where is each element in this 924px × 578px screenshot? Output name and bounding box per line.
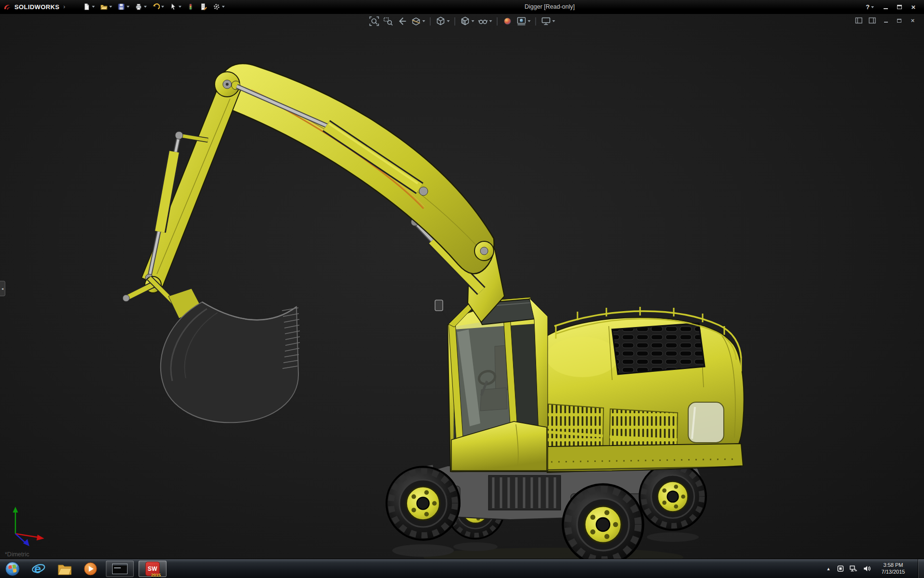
- document-window-controls: ×: [855, 17, 916, 24]
- dropdown-caret-icon: [871, 6, 874, 8]
- save-icon: [117, 3, 125, 11]
- cab[interactable]: [435, 297, 548, 472]
- view-orientation-cube-icon: [436, 16, 446, 26]
- system-tray: ▲ 3:58 PM 7/13/2015: [825, 559, 924, 578]
- zoom-to-fit-icon: [369, 16, 380, 26]
- new-document-button[interactable]: [81, 2, 97, 12]
- dropdown-caret-icon: [447, 20, 450, 22]
- zoom-to-area-button[interactable]: [383, 16, 394, 26]
- internet-explorer-button[interactable]: e: [28, 561, 49, 577]
- taskbar-clock[interactable]: 3:58 PM 7/13/2015: [877, 562, 909, 576]
- dropdown-caret-icon: [423, 20, 425, 22]
- file-explorer-button[interactable]: [54, 561, 75, 577]
- save-button[interactable]: [116, 2, 131, 12]
- rebuild-button[interactable]: [185, 2, 196, 12]
- folder-icon: [57, 562, 72, 576]
- display-style-icon: [460, 16, 471, 26]
- dropdown-caret-icon: [144, 6, 147, 8]
- print-button[interactable]: [133, 2, 149, 12]
- dropdown-caret-icon: [472, 20, 475, 22]
- solidworks-2015-button[interactable]: SW 2015: [139, 561, 167, 577]
- taskbar-items: e: [0, 559, 167, 578]
- maximize-button[interactable]: [896, 3, 903, 11]
- document-title: Digger [Read-only]: [525, 0, 575, 14]
- previous-view-button[interactable]: [397, 16, 408, 26]
- section-view-button[interactable]: [411, 16, 425, 26]
- menu-expand-chevron-icon[interactable]: ›: [64, 3, 65, 10]
- bucket[interactable]: [161, 302, 300, 422]
- minimize-button[interactable]: [882, 3, 889, 11]
- hide-show-items-button[interactable]: [478, 16, 492, 26]
- doc-restore-button[interactable]: [896, 17, 903, 24]
- app-brand: SOLIDWORKS ›: [0, 3, 69, 11]
- open-button[interactable]: [98, 2, 114, 12]
- titlebar-toolbar: [81, 2, 227, 12]
- solidworks-year-badge: 2015: [151, 573, 161, 578]
- new-document-icon: [83, 3, 90, 11]
- toolbar-separator: [430, 17, 431, 26]
- wheel-left-front[interactable]: [386, 467, 460, 540]
- undo-icon: [152, 3, 160, 11]
- collapsed-panel-tab[interactable]: ◂: [0, 281, 5, 296]
- zoom-to-area-icon: [383, 16, 394, 26]
- internet-explorer-icon: e: [31, 561, 46, 577]
- 3ds-logo-icon: [3, 3, 12, 11]
- ie-glyph: e: [34, 562, 41, 576]
- options-button[interactable]: [211, 2, 227, 12]
- display-style-button[interactable]: [460, 16, 475, 26]
- hide-show-glasses-icon: [478, 16, 488, 26]
- clock-date: 7/13/2015: [877, 569, 909, 576]
- apply-scene-button[interactable]: [516, 16, 531, 26]
- network-icon[interactable]: [849, 565, 858, 573]
- previous-view-icon: [397, 16, 408, 26]
- file-properties-button[interactable]: [198, 2, 209, 12]
- featuremanager-pane-icon[interactable]: [855, 17, 862, 24]
- screen: SOLIDWORKS ›: [0, 0, 924, 578]
- headsup-view-toolbar: [369, 16, 555, 26]
- boom-assembly[interactable]: [123, 64, 504, 422]
- doc-minimize-button[interactable]: [882, 17, 889, 24]
- toolbar-separator: [497, 17, 498, 26]
- brand-name: SOLIDWORKS: [14, 3, 60, 11]
- dropdown-caret-icon: [489, 20, 492, 22]
- dropdown-caret-icon: [222, 6, 225, 8]
- dropdown-caret-icon: [127, 6, 129, 8]
- view-settings-button[interactable]: [541, 16, 555, 26]
- taskbar: e: [0, 559, 924, 578]
- options-gear-icon: [213, 3, 220, 11]
- media-player-button[interactable]: [80, 561, 101, 577]
- show-hidden-icons-chevron[interactable]: ▲: [825, 566, 832, 571]
- view-orientation-button[interactable]: [436, 16, 450, 26]
- zoom-to-fit-button[interactable]: [369, 16, 380, 26]
- start-button[interactable]: [2, 561, 23, 577]
- edit-appearance-button[interactable]: [502, 16, 513, 26]
- help-button[interactable]: ?: [866, 3, 874, 11]
- graphics-viewport[interactable]: × ◂ *Dimetric: [0, 14, 924, 559]
- close-button[interactable]: ×: [910, 3, 917, 11]
- excavator-model[interactable]: [123, 64, 744, 559]
- show-desktop-button[interactable]: [918, 559, 924, 578]
- open-folder-icon: [100, 3, 108, 11]
- media-player-icon: [83, 562, 98, 576]
- volume-icon[interactable]: [862, 565, 871, 573]
- section-view-icon: [411, 16, 422, 26]
- select-cursor-icon: [169, 3, 177, 11]
- dropdown-caret-icon: [109, 6, 112, 8]
- model-canvas[interactable]: [0, 14, 924, 559]
- edit-appearance-ball-icon: [502, 16, 513, 26]
- select-button[interactable]: [167, 2, 183, 12]
- toolbar-separator: [455, 17, 455, 26]
- help-label: ?: [866, 3, 870, 11]
- wheel-right-rear[interactable]: [640, 463, 706, 530]
- clock-time: 3:58 PM: [877, 562, 909, 569]
- tray-app-icon[interactable]: [836, 565, 845, 573]
- wheel-right-front[interactable]: [563, 484, 643, 559]
- command-prompt-window-button[interactable]: [106, 561, 134, 577]
- view-orientation-label: *Dimetric: [5, 551, 29, 558]
- titlebar-right: ? ×: [866, 0, 917, 14]
- dropdown-caret-icon: [161, 6, 164, 8]
- display-pane-icon[interactable]: [869, 17, 876, 24]
- undo-button[interactable]: [150, 2, 166, 12]
- rebuild-stoplight-icon: [187, 3, 194, 11]
- doc-close-button[interactable]: ×: [909, 17, 916, 24]
